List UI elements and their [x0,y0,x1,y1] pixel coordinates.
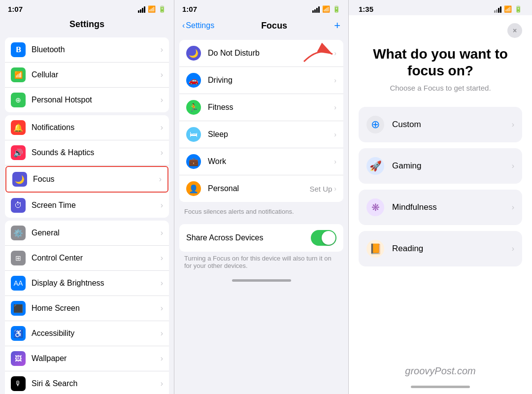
work-label: Work [208,157,334,166]
focus-option-gaming[interactable]: 🚀 Gaming › [359,148,522,184]
custom-icon: ⊕ [366,116,384,133]
focus-choose-statusbar: 1:35 📶 🔋 [349,0,532,15]
back-chevron-icon: ‹ [182,21,185,30]
focus-choose-content: × What do you want to focus on? Choose a… [349,15,532,394]
focus-battery-icon: 🔋 [332,5,340,13]
siri-label: Siri & Search [32,379,161,388]
bluetooth-label: Bluetooth [32,45,161,54]
focus-option-reading[interactable]: 📙 Reading › [359,231,522,266]
focus-item-work[interactable]: 💼 Work › [179,148,343,175]
battery-icon: 🔋 [158,5,166,13]
focus-panel: 1:07 📶 🔋 ‹ Settings Focus + [174,0,349,394]
custom-label: Custom [392,120,512,130]
notifications-icon: 🔔 [11,120,26,135]
settings-item-homescreen[interactable]: ⬛ Home Screen › [5,296,169,321]
mindfulness-icon: ❋ [366,198,384,216]
focus-choose-panel: 1:35 📶 🔋 × What do you want to focus on?… [349,0,532,394]
focus-item-fitness[interactable]: 🏃 Fitness › [179,94,343,121]
share-desc: Turning a Focus on for this device will … [174,255,348,275]
focus-note: Focus silences alerts and notifications. [174,205,348,221]
driving-label: Driving [208,76,334,85]
settings-item-siri[interactable]: 🎙 Siri & Search › [5,371,169,394]
general-chevron: › [161,229,163,237]
settings-status-icons: 📶 🔋 [138,5,166,13]
display-chevron: › [161,279,163,288]
settings-item-sounds[interactable]: 🔊 Sounds & Haptics › [5,140,169,165]
close-button[interactable]: × [507,23,522,38]
settings-item-hotspot[interactable]: ⊕ Personal Hotspot › [5,88,169,112]
settings-panel: 1:07 📶 🔋 Settings 𝗕 Bluetooth › [0,0,174,394]
screentime-chevron: › [161,201,163,210]
settings-item-focus[interactable]: 🌙 Focus › [5,166,168,193]
focus-add-button[interactable]: + [334,19,340,32]
settings-item-cellular[interactable]: 📶 Cellular › [5,63,169,88]
sounds-chevron: › [161,148,163,157]
homescreen-label: Home Screen [32,304,161,313]
focus-back-button[interactable]: ‹ Settings [182,21,214,30]
settings-item-wallpaper[interactable]: 🖼 Wallpaper › [5,346,169,371]
focus-time: 1:07 [182,5,197,13]
settings-item-general[interactable]: ⚙️ General › [5,221,169,246]
sounds-label: Sounds & Haptics [32,148,161,157]
focus-choose-title: What do you want to focus on? [359,46,522,79]
settings-item-accessibility[interactable]: ♿ Accessibility › [5,321,169,346]
red-arrow [299,42,338,68]
wallpaper-icon: 🖼 [11,351,26,366]
fitness-chevron: › [334,103,336,111]
settings-group-connectivity: 𝗕 Bluetooth › 📶 Cellular › ⊕ Personal Ho… [5,37,169,112]
controlcenter-chevron: › [161,254,163,263]
focus-option-custom[interactable]: ⊕ Custom › [359,107,522,142]
share-row: Share Across Devices [179,224,343,252]
settings-group-general: ⚙️ General › ⊞ Control Center › AA Displ… [5,221,169,394]
sleep-icon: 🛏 [186,127,201,142]
personal-chevron: › [334,185,336,193]
focus-back-label: Settings [186,21,214,30]
wallpaper-label: Wallpaper [32,354,161,363]
focus-item-personal[interactable]: 👤 Personal Set Up › [179,175,343,202]
reading-icon: 📙 [366,240,384,258]
home-indicator [232,279,291,282]
controlcenter-label: Control Center [32,254,161,263]
focus-chevron: › [159,175,162,184]
focus-choose-subtitle: Choose a Focus to get started. [359,84,522,92]
bluetooth-chevron: › [161,45,163,54]
settings-item-bluetooth[interactable]: 𝗕 Bluetooth › [5,37,169,63]
accessibility-chevron: › [161,329,163,338]
focus-item-driving[interactable]: 🚗 Driving › [179,67,343,94]
settings-item-screentime[interactable]: ⏱ Screen Time › [5,193,169,218]
custom-chevron: › [512,120,514,129]
display-label: Display & Brightness [32,279,161,288]
toggle-knob [322,231,335,245]
fitness-label: Fitness [208,103,334,112]
focus-wifi-icon: 📶 [322,5,330,13]
accessibility-icon: ♿ [11,326,26,341]
focus-option-mindfulness[interactable]: ❋ Mindfulness › [359,190,522,225]
hotspot-icon: ⊕ [11,93,26,107]
focus-icon: 🌙 [12,172,27,187]
sleep-label: Sleep [208,130,334,139]
focus-item-sleep[interactable]: 🛏 Sleep › [179,121,343,148]
share-toggle[interactable] [311,230,336,246]
wallpaper-chevron: › [161,354,163,363]
settings-item-notifications[interactable]: 🔔 Notifications › [5,115,169,140]
notifications-chevron: › [161,123,163,132]
wifi-icon: 📶 [148,5,156,13]
bluetooth-icon: 𝗕 [11,42,26,57]
focus-label: Focus [33,175,159,184]
gaming-chevron: › [512,162,514,170]
fitness-icon: 🏃 [186,100,201,115]
focus-navbar: ‹ Settings Focus + [174,15,348,37]
settings-item-display[interactable]: AA Display & Brightness › [5,271,169,296]
focus-choose-status-icons: 📶 🔋 [494,5,522,13]
display-icon: AA [11,276,26,291]
cellular-icon: 📶 [11,67,26,82]
controlcenter-icon: ⊞ [11,251,26,265]
screentime-icon: ⏱ [11,198,26,213]
general-icon: ⚙️ [11,226,26,240]
notifications-label: Notifications [32,123,161,132]
homescreen-icon: ⬛ [11,301,26,316]
choose-battery-icon: 🔋 [514,5,522,13]
settings-item-controlcenter[interactable]: ⊞ Control Center › [5,246,169,271]
work-icon: 💼 [186,154,201,169]
focus-status-bar: 1:07 📶 🔋 [174,0,348,15]
